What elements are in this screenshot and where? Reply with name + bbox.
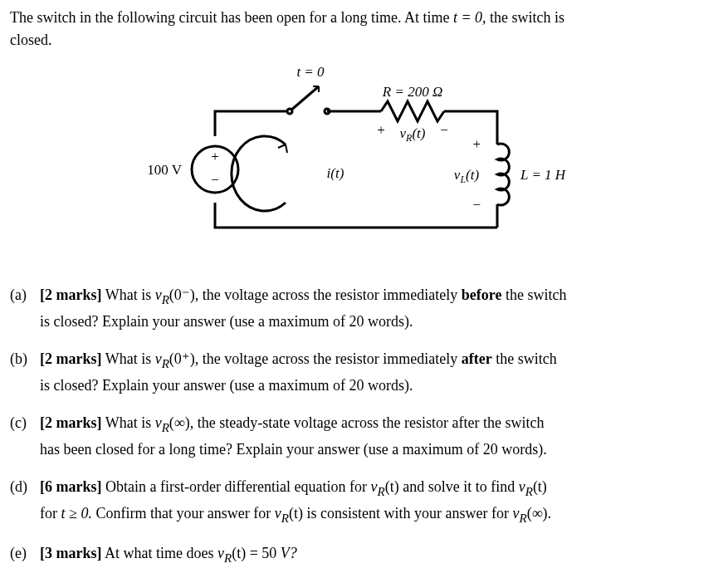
t: What is [102, 286, 155, 303]
line2: has been closed for a long time? Explain… [40, 438, 718, 461]
vr-plus: + [377, 122, 385, 138]
arg: (t) [289, 505, 303, 522]
inductor-label: L = 1 H [520, 167, 567, 183]
current-label: i(t) [326, 165, 344, 181]
marks: [2 marks] [40, 286, 102, 303]
t: the voltage across the resistor immediat… [198, 286, 461, 303]
marks: [2 marks] [40, 414, 102, 431]
q-tag: (b) [10, 348, 40, 397]
sym: v [155, 414, 162, 431]
sub: R [519, 512, 526, 525]
sub: R [525, 485, 533, 498]
circuit-figure: + − 100 V t = 0 R = 200 Ω + vR(t) − + vL… [10, 61, 718, 261]
t: the steady-state voltage across the resi… [193, 414, 544, 431]
vl-label: vL(t) [453, 167, 479, 185]
line2: for t ≥ 0. Confirm that your answer for … [40, 502, 718, 527]
source-plus: + [211, 149, 219, 164]
arg: (t) [533, 478, 547, 495]
question-d: (d) [6 marks] Obtain a first-order diffe… [10, 476, 718, 527]
t: What is [102, 414, 155, 431]
question-c: (c) [2 marks] What is vR(∞), the steady-… [10, 412, 718, 461]
line2: is closed? Explain your answer (use a ma… [40, 375, 718, 397]
circuit-svg: + − 100 V t = 0 R = 200 Ω + vR(t) − + vL… [149, 61, 580, 261]
switch-time-label: t = 0 [296, 64, 325, 80]
sym: v [371, 478, 378, 495]
sym: v [519, 478, 525, 495]
sub: R [378, 485, 385, 498]
intro-text-1: The switch in the following circuit has … [10, 9, 453, 26]
t: = 50 [246, 545, 281, 561]
svg-point-0 [287, 109, 292, 114]
t-equals-zero: t = 0, [453, 9, 486, 26]
sym: v [217, 545, 224, 561]
t: the switch [492, 350, 557, 367]
marks: [2 marks] [40, 350, 102, 367]
arg: (∞). [527, 505, 551, 522]
unit: V? [281, 545, 297, 561]
vl-minus: − [472, 197, 481, 213]
t: Obtain a first-order differential equati… [102, 478, 371, 495]
t: At what time does [102, 545, 217, 561]
problem-statement: The switch in the following circuit has … [10, 7, 718, 51]
t: for [40, 505, 61, 522]
intro-text-2: the switch is [486, 9, 565, 26]
line2: is closed? Explain your answer (use a ma… [40, 311, 718, 333]
arg: (t) [232, 545, 246, 561]
sub: R [162, 421, 169, 434]
t: and solve it to find [399, 478, 519, 495]
t: What is [102, 350, 155, 367]
t: the switch [501, 286, 566, 303]
q-body: [3 marks] At what time does vR(t) = 50 V… [40, 542, 718, 567]
q-tag: (d) [10, 476, 40, 527]
vr-minus: − [440, 122, 448, 138]
vl-plus: + [472, 136, 481, 152]
sym: v [155, 350, 162, 367]
arg: (t) [385, 478, 399, 495]
sub: R [281, 512, 289, 525]
question-b: (b) [2 marks] What is vR(0⁺), the voltag… [10, 348, 718, 397]
arg: (0⁻), [169, 286, 199, 303]
marks: [6 marks] [40, 478, 102, 495]
bold-word: before [462, 286, 502, 303]
source-minus: − [211, 172, 219, 188]
t: the voltage across the resistor immediat… [198, 350, 461, 367]
question-a: (a) [2 marks] What is vR(0⁻), the voltag… [10, 284, 718, 333]
question-list: (a) [2 marks] What is vR(0⁻), the voltag… [10, 284, 718, 568]
sub: R [224, 551, 232, 565]
question-e: (e) [3 marks] At what time does vR(t) = … [10, 542, 718, 567]
t: is consistent with your answer for [303, 505, 512, 522]
resistor-label: R = 200 Ω [381, 84, 442, 100]
q-tag: (a) [10, 284, 40, 333]
sub: R [162, 357, 169, 370]
q-body: [2 marks] What is vR(0⁻), the voltage ac… [40, 284, 718, 333]
q-body: [6 marks] Obtain a first-order different… [40, 476, 718, 527]
vr-label: vR(t) [399, 125, 425, 144]
source-value: 100 V [149, 162, 183, 178]
q-tag: (e) [10, 542, 40, 567]
sym: v [155, 286, 162, 303]
sub: R [162, 293, 169, 306]
arg: (∞), [169, 414, 193, 431]
marks: [3 marks] [40, 545, 102, 561]
sym: v [275, 505, 281, 522]
bold-word: after [462, 350, 492, 367]
q-tag: (c) [10, 412, 40, 461]
intro-line-2: closed. [10, 32, 51, 48]
q-body: [2 marks] What is vR(0⁺), the voltage ac… [40, 348, 718, 397]
arg: (0⁺), [169, 350, 199, 367]
ineq: t ≥ 0. [61, 505, 92, 522]
t: Confirm that your answer for [92, 505, 275, 522]
q-body: [2 marks] What is vR(∞), the steady-stat… [40, 412, 718, 461]
